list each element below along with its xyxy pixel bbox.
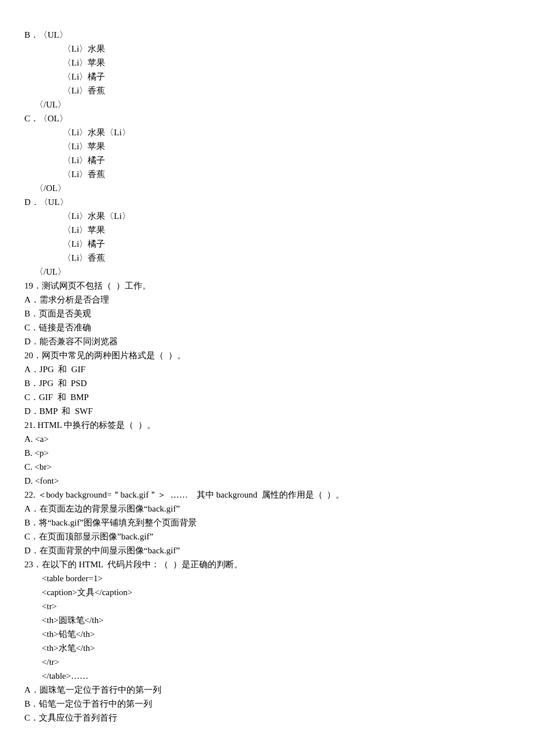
text-line: 〈Li〉橘子 — [24, 70, 510, 84]
text-line: 〈Li〉香蕉 — [24, 84, 510, 98]
text-line: 20．网页中常见的两种图片格式是（ ）。 — [24, 348, 510, 362]
text-line: B．页面是否美观 — [24, 307, 510, 321]
text-line: 〈Li〉橘子 — [24, 153, 510, 167]
text-line: B．〈UL〉 — [24, 28, 510, 42]
text-line: C．在页面顶部显示图像”back.gif” — [24, 530, 510, 543]
text-line: </table>…… — [24, 669, 510, 683]
text-line: A．JPG 和 GIF — [24, 362, 510, 376]
text-line: 〈Li〉水果〈Li〉 — [24, 125, 510, 139]
text-line: C. <br> — [24, 460, 510, 474]
text-line: <th>圆珠笔</th> — [24, 613, 510, 627]
text-line: 〈Li〉水果 — [24, 42, 510, 56]
text-line: A．圆珠笔一定位于首行中的第一列 — [24, 683, 510, 697]
text-line: A．在页面左边的背景显示图像“back.gif” — [24, 502, 510, 516]
text-line: 〈/OL〉 — [24, 181, 510, 195]
text-line: <tr> — [24, 599, 510, 613]
text-line: D．在页面背景的中间显示图像“back.gif” — [24, 543, 510, 557]
text-line: B．铅笔一定位于首行中的第一列 — [24, 697, 510, 711]
text-line: A．需求分析是否合理 — [24, 293, 510, 307]
text-line: 〈/UL〉 — [24, 98, 510, 111]
text-line: </tr> — [24, 655, 510, 669]
text-line: D．能否兼容不同浏览器 — [24, 334, 510, 348]
text-line: <table border=1> — [24, 571, 510, 585]
text-line: 〈Li〉香蕉 — [24, 251, 510, 265]
text-line: B．将“back.gif”图像平铺填充到整个页面背景 — [24, 516, 510, 530]
text-line: C．链接是否准确 — [24, 321, 510, 334]
text-line: C．文具应位于首列首行 — [24, 711, 510, 725]
text-line: D．〈UL〉 — [24, 195, 510, 209]
text-line: 〈Li〉苹果 — [24, 223, 510, 237]
text-line: D. <font> — [24, 474, 510, 488]
text-line: 22. ＜body background=＂back.gif＂＞ …… 其中 b… — [24, 488, 510, 502]
text-line: B．JPG 和 PSD — [24, 376, 510, 390]
text-line: <caption>文具</caption> — [24, 585, 510, 599]
document-body: B．〈UL〉〈Li〉水果〈Li〉苹果〈Li〉橘子〈Li〉香蕉〈/UL〉C．〈OL… — [24, 28, 510, 725]
text-line: 〈Li〉苹果 — [24, 56, 510, 70]
text-line: 〈Li〉香蕉 — [24, 167, 510, 181]
text-line: <th>铅笔</th> — [24, 627, 510, 641]
text-line: 〈Li〉橘子 — [24, 237, 510, 251]
text-line: 23．在以下的 HTML 代码片段中：（ ）是正确的判断。 — [24, 557, 510, 571]
text-line: A. <a> — [24, 432, 510, 446]
text-line: B. <p> — [24, 446, 510, 460]
text-line: 〈Li〉苹果 — [24, 139, 510, 153]
text-line: 〈/UL〉 — [24, 265, 510, 279]
text-line: D．BMP 和 SWF — [24, 404, 510, 418]
text-line: 21. HTML 中换行的标签是（ ）。 — [24, 418, 510, 432]
text-line: C．〈OL〉 — [24, 111, 510, 125]
text-line: 〈Li〉水果〈Li〉 — [24, 209, 510, 223]
text-line: C．GIF 和 BMP — [24, 390, 510, 404]
text-line: <th>水笔</th> — [24, 641, 510, 655]
text-line: 19．测试网页不包括（ ）工作。 — [24, 279, 510, 293]
